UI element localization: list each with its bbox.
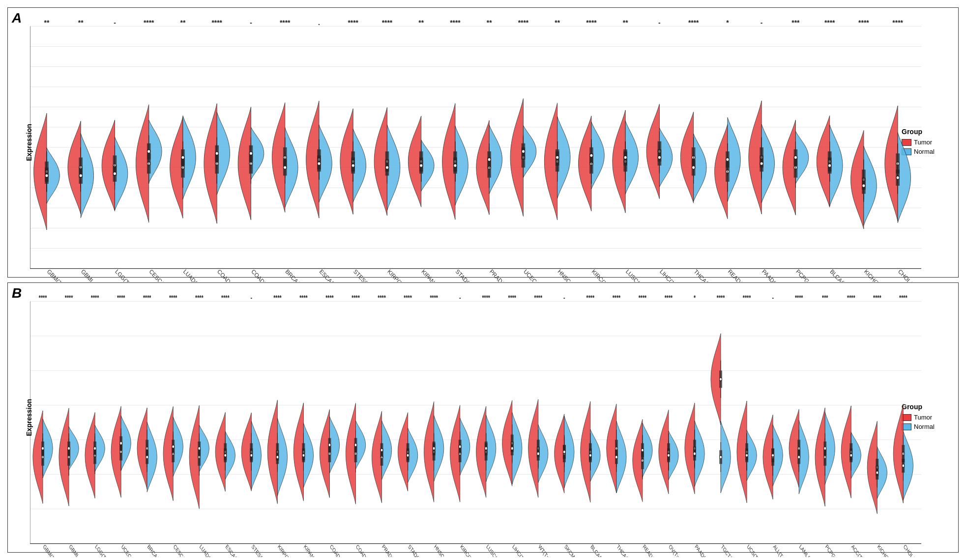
- svg-text:-: -: [251, 293, 253, 302]
- svg-text:KIRP(T=288,N=129): KIRP(T=288,N=129): [386, 268, 426, 282]
- svg-text:****: ****: [847, 293, 855, 302]
- svg-text:**: **: [555, 18, 560, 27]
- panel-B: BExpression121086420-2****GBM(T=153,N=11…: [7, 282, 959, 553]
- svg-text:PCPG(T=177,N=3): PCPG(T=177,N=3): [794, 268, 833, 282]
- svg-text:LUSC(T=498,N=109): LUSC(T=498,N=109): [624, 268, 666, 282]
- svg-point-642: [902, 464, 905, 468]
- svg-text:**: **: [623, 18, 628, 27]
- svg-text:CESC(T=304,N=13): CESC(T=304,N=13): [173, 543, 203, 557]
- svg-text:****: ****: [378, 293, 386, 302]
- svg-point-622: [850, 454, 852, 457]
- svg-text:****: ****: [518, 18, 529, 27]
- svg-point-372: [198, 447, 201, 450]
- svg-text:****: ****: [273, 293, 282, 302]
- svg-text:****: ****: [824, 18, 835, 27]
- svg-text:.: .: [318, 18, 320, 27]
- svg-text:****: ****: [892, 18, 903, 27]
- svg-text:READ(T=92,N=10): READ(T=92,N=10): [727, 268, 764, 282]
- svg-text:LIHC(T=369,N=168): LIHC(T=369,N=168): [512, 543, 542, 557]
- svg-text:**: **: [44, 18, 50, 27]
- svg-point-332: [94, 447, 96, 450]
- svg-point-74: [181, 156, 184, 159]
- svg-point-184: [556, 156, 559, 159]
- svg-text:****: ****: [586, 293, 595, 302]
- svg-text:KIRC(T=530,N=168): KIRC(T=530,N=168): [460, 543, 491, 557]
- svg-point-322: [68, 447, 70, 450]
- svg-text:STAD(T=414,N=211): STAD(T=414,N=211): [407, 543, 439, 557]
- svg-point-552: [668, 454, 670, 457]
- svg-text:BLCA(T=407,N=168): BLCA(T=407,N=168): [590, 543, 622, 557]
- svg-text:HNSC(T=518,N=44): HNSC(T=518,N=44): [556, 268, 597, 282]
- svg-point-432: [354, 443, 357, 447]
- svg-text:****: ****: [348, 18, 358, 27]
- svg-point-114: [318, 162, 321, 165]
- svg-point-562: [694, 452, 696, 455]
- svg-text:****: ****: [639, 293, 647, 302]
- svg-text:ALL(T=132,N=337): ALL(T=132,N=337): [772, 543, 801, 557]
- svg-text:TGCT(T=148,N=65): TGCT(T=148,N=65): [720, 543, 751, 557]
- svg-text:***: ***: [822, 293, 828, 302]
- svg-point-34: [45, 174, 48, 177]
- svg-point-452: [407, 454, 409, 457]
- svg-text:BLCA(T=407,N=19): BLCA(T=407,N=19): [829, 268, 868, 282]
- svg-text:**: **: [180, 18, 186, 27]
- svg-point-164: [488, 158, 491, 161]
- svg-text:****: ****: [65, 293, 73, 302]
- chart-area-B: Expression121086420-2****GBM(T=153,N=115…: [8, 283, 899, 552]
- svg-text:-: -: [250, 18, 252, 27]
- svg-text:-: -: [658, 18, 661, 27]
- svg-text:****: ****: [688, 18, 699, 27]
- svg-text:****: ****: [534, 293, 543, 302]
- svg-text:***: ***: [791, 18, 800, 27]
- svg-text:LUSC(T=498,N=397): LUSC(T=498,N=397): [486, 543, 518, 557]
- svg-point-154: [454, 164, 457, 168]
- svg-text:LGG(T=509,N=5): LGG(T=509,N=5): [114, 268, 149, 282]
- svg-point-224: [692, 166, 695, 169]
- svg-point-422: [328, 443, 331, 447]
- svg-text:LUAD(T=513,N=109): LUAD(T=513,N=109): [182, 268, 224, 282]
- svg-point-352: [146, 455, 148, 459]
- svg-text:KICH(T=66,N=168): KICH(T=66,N=168): [877, 543, 906, 557]
- svg-text:PRAD(T=495,N=52): PRAD(T=495,N=52): [488, 268, 528, 282]
- svg-text:****: ****: [280, 18, 291, 27]
- svg-point-214: [658, 156, 661, 159]
- svg-text:****: ****: [351, 293, 360, 302]
- svg-text:**: **: [487, 18, 492, 27]
- svg-text:KIRP(T=288,N=168): KIRP(T=288,N=168): [277, 543, 308, 557]
- svg-text:****: ****: [325, 293, 334, 302]
- svg-point-124: [351, 164, 354, 168]
- svg-point-104: [284, 166, 287, 169]
- svg-text:CHOL(T=36,N=9): CHOL(T=36,N=9): [897, 268, 921, 282]
- svg-point-462: [433, 447, 435, 450]
- svg-text:ESCA(T=181,N=668): ESCA(T=181,N=668): [225, 543, 257, 557]
- svg-text:**: **: [78, 18, 84, 27]
- svg-point-412: [302, 454, 305, 457]
- svg-text:****: ****: [795, 293, 803, 302]
- svg-text:READ(T=92,N=10): READ(T=92,N=10): [642, 543, 671, 557]
- svg-point-44: [79, 174, 82, 177]
- svg-point-234: [726, 158, 729, 161]
- svg-text:-: -: [114, 18, 116, 27]
- svg-point-254: [794, 156, 797, 159]
- svg-text:PCPG(T=177,N=3): PCPG(T=177,N=3): [824, 543, 853, 557]
- svg-point-442: [381, 448, 383, 452]
- svg-point-94: [249, 152, 252, 155]
- svg-text:****: ****: [211, 18, 222, 27]
- svg-text:****: ****: [899, 293, 907, 302]
- svg-text:****: ****: [858, 18, 869, 27]
- svg-point-312: [42, 447, 44, 450]
- svg-text:****: ****: [450, 18, 461, 27]
- svg-text:STES(T=595,N=879): STES(T=595,N=879): [251, 543, 283, 557]
- svg-text:****: ****: [743, 293, 751, 302]
- svg-text:STES(T=595,N=49): STES(T=595,N=49): [352, 268, 391, 282]
- svg-text:****: ****: [665, 293, 673, 302]
- svg-text:****: ****: [195, 293, 204, 302]
- svg-point-482: [485, 447, 487, 450]
- svg-text:UCEC(T=180,N=23): UCEC(T=180,N=23): [120, 543, 151, 557]
- svg-text:****: ****: [144, 18, 154, 27]
- svg-text:LUAD(T=513,N=397): LUAD(T=513,N=397): [199, 543, 231, 557]
- svg-text:ESCA(T=181,N=13): ESCA(T=181,N=13): [318, 268, 358, 282]
- svg-point-382: [224, 454, 227, 457]
- svg-text:****: ****: [430, 293, 438, 302]
- svg-point-144: [420, 164, 423, 168]
